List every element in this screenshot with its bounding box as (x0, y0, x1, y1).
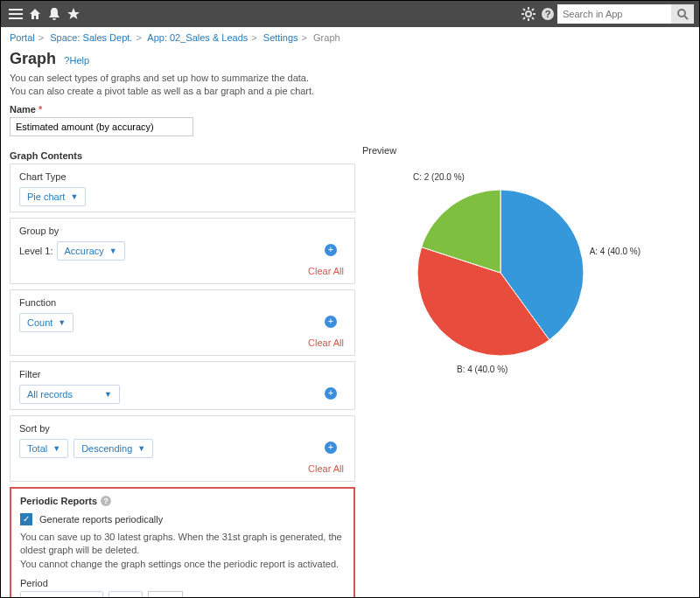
breadcrumb-space[interactable]: Space: Sales Dept. (50, 32, 132, 43)
period-interval-dropdown[interactable]: Every month▼ (20, 591, 103, 598)
name-input[interactable] (10, 117, 193, 136)
bell-icon[interactable] (45, 4, 64, 24)
chevron-down-icon: ▼ (137, 444, 145, 453)
star-icon[interactable] (64, 4, 83, 24)
group-by-section: Group by Level 1: Accuracy▼ + Clear All (10, 218, 355, 284)
function-section: Function Count▼ + Clear All (10, 289, 355, 356)
period-label: Period (20, 578, 345, 588)
period-day-dropdown[interactable]: 1▼ (108, 591, 143, 598)
svg-line-9 (532, 17, 534, 19)
sort-by-section: Sort by Total▼ Descending▼ + Clear All (10, 415, 355, 482)
sort-field-dropdown[interactable]: Total▼ (19, 439, 68, 458)
sort-clear-all[interactable]: Clear All (19, 463, 344, 474)
breadcrumb-portal[interactable]: Portal (10, 32, 35, 43)
pie-label-b: B: 4 (40.0 %) (457, 365, 508, 374)
periodic-reports-section: Periodic Reports ? ✓ Generate reports pe… (10, 487, 355, 598)
gear-icon[interactable] (519, 4, 538, 24)
svg-line-11 (532, 9, 534, 10)
filter-dropdown[interactable]: All records▼ (19, 385, 120, 404)
breadcrumb-settings[interactable]: Settings (263, 32, 298, 43)
sort-order-dropdown[interactable]: Descending▼ (74, 439, 153, 458)
svg-line-8 (523, 9, 525, 10)
svg-point-3 (526, 11, 531, 17)
search-input[interactable] (557, 4, 671, 24)
svg-line-15 (684, 16, 688, 19)
menu-icon[interactable] (6, 4, 25, 24)
periodic-reports-label: Periodic Reports ? (20, 496, 345, 506)
chevron-down-icon: ▼ (109, 247, 117, 255)
group-by-label: Group by (19, 226, 346, 236)
page-description: You can select types of graphs and set u… (10, 72, 690, 99)
search-button[interactable] (671, 4, 694, 24)
group-by-dropdown[interactable]: Accuracy▼ (57, 241, 125, 261)
chevron-down-icon: ▼ (104, 390, 112, 399)
chevron-down-icon: ▼ (70, 192, 78, 201)
pie-label-c: C: 2 (20.0 %) (413, 172, 465, 182)
breadcrumb-current: Graph (313, 32, 340, 43)
function-label: Function (19, 297, 346, 308)
page-title: Graph (10, 50, 56, 68)
topbar: ? (1, 1, 699, 27)
filter-section: Filter All records▼ + (10, 361, 355, 410)
info-icon[interactable]: ? (101, 496, 111, 506)
group-by-clear-all[interactable]: Clear All (19, 266, 344, 276)
function-dropdown[interactable]: Count▼ (19, 313, 74, 332)
graph-contents-label: Graph Contents (10, 150, 355, 161)
breadcrumb: Portal> Space: Sales Dept.> App: 02_Sale… (1, 27, 699, 46)
pie-label-a: A: 4 (40.0 %) (590, 247, 640, 256)
pie-chart: A: 4 (40.0 %) B: 4 (40.0 %) C: 2 (20.0 %… (360, 159, 640, 386)
level-prefix: Level 1: (19, 246, 53, 256)
function-add-button[interactable]: + (325, 316, 337, 328)
name-label: Name * (10, 104, 690, 115)
chevron-down-icon: ▼ (58, 318, 66, 327)
help-icon[interactable]: ? (538, 4, 557, 24)
svg-text:?: ? (545, 9, 551, 19)
group-by-add-button[interactable]: + (325, 244, 337, 256)
sort-add-button[interactable]: + (325, 442, 337, 454)
generate-periodically-checkbox[interactable]: ✓ (20, 513, 32, 525)
function-clear-all[interactable]: Clear All (19, 337, 344, 348)
sort-by-label: Sort by (19, 423, 346, 434)
period-time-input[interactable] (148, 591, 183, 598)
generate-periodically-label: Generate reports periodically (39, 514, 163, 525)
chart-type-section: Chart Type Pie chart▼ (10, 163, 355, 212)
chevron-down-icon: ▼ (52, 444, 60, 453)
svg-line-10 (523, 17, 525, 19)
filter-label: Filter (19, 369, 346, 379)
filter-add-button[interactable]: + (325, 387, 337, 400)
preview-label: Preview (362, 145, 690, 156)
help-link[interactable]: ?Help (64, 55, 89, 66)
periodic-note: You can save up to 30 latest graphs. Whe… (20, 531, 345, 571)
breadcrumb-app[interactable]: App: 02_Sales & Leads (147, 32, 248, 43)
svg-point-14 (678, 10, 685, 17)
home-icon[interactable] (25, 4, 45, 24)
chart-type-label: Chart Type (19, 171, 346, 182)
chart-type-dropdown[interactable]: Pie chart▼ (19, 187, 86, 206)
